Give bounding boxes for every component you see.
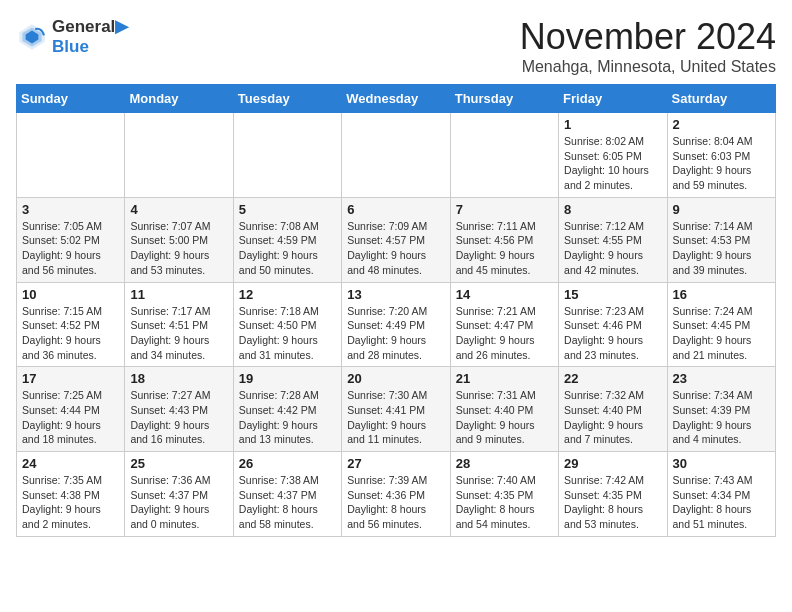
day-info: Sunrise: 7:11 AM Sunset: 4:56 PM Dayligh… — [456, 219, 553, 278]
calendar-cell — [233, 113, 341, 198]
day-info: Sunrise: 7:36 AM Sunset: 4:37 PM Dayligh… — [130, 473, 227, 532]
calendar-cell: 19Sunrise: 7:28 AM Sunset: 4:42 PM Dayli… — [233, 367, 341, 452]
calendar-cell: 2Sunrise: 8:04 AM Sunset: 6:03 PM Daylig… — [667, 113, 775, 198]
day-number: 19 — [239, 371, 336, 386]
day-number: 13 — [347, 287, 444, 302]
day-number: 26 — [239, 456, 336, 471]
header: General▶ Blue November 2024 Menahga, Min… — [16, 16, 776, 76]
day-info: Sunrise: 7:20 AM Sunset: 4:49 PM Dayligh… — [347, 304, 444, 363]
day-info: Sunrise: 7:31 AM Sunset: 4:40 PM Dayligh… — [456, 388, 553, 447]
calendar-cell: 25Sunrise: 7:36 AM Sunset: 4:37 PM Dayli… — [125, 452, 233, 537]
weekday-header-thursday: Thursday — [450, 85, 558, 113]
day-info: Sunrise: 7:23 AM Sunset: 4:46 PM Dayligh… — [564, 304, 661, 363]
day-info: Sunrise: 7:05 AM Sunset: 5:02 PM Dayligh… — [22, 219, 119, 278]
day-info: Sunrise: 7:39 AM Sunset: 4:36 PM Dayligh… — [347, 473, 444, 532]
logo-text: General▶ Blue — [52, 16, 128, 57]
calendar-cell: 27Sunrise: 7:39 AM Sunset: 4:36 PM Dayli… — [342, 452, 450, 537]
day-number: 30 — [673, 456, 770, 471]
calendar-cell: 12Sunrise: 7:18 AM Sunset: 4:50 PM Dayli… — [233, 282, 341, 367]
day-info: Sunrise: 7:08 AM Sunset: 4:59 PM Dayligh… — [239, 219, 336, 278]
title-area: November 2024 Menahga, Minnesota, United… — [520, 16, 776, 76]
calendar-cell: 3Sunrise: 7:05 AM Sunset: 5:02 PM Daylig… — [17, 197, 125, 282]
day-number: 22 — [564, 371, 661, 386]
weekday-header-sunday: Sunday — [17, 85, 125, 113]
calendar-week-1: 3Sunrise: 7:05 AM Sunset: 5:02 PM Daylig… — [17, 197, 776, 282]
calendar-cell — [17, 113, 125, 198]
calendar-cell: 18Sunrise: 7:27 AM Sunset: 4:43 PM Dayli… — [125, 367, 233, 452]
day-number: 18 — [130, 371, 227, 386]
day-number: 25 — [130, 456, 227, 471]
day-info: Sunrise: 7:24 AM Sunset: 4:45 PM Dayligh… — [673, 304, 770, 363]
day-info: Sunrise: 7:27 AM Sunset: 4:43 PM Dayligh… — [130, 388, 227, 447]
logo: General▶ Blue — [16, 16, 128, 57]
calendar-cell: 28Sunrise: 7:40 AM Sunset: 4:35 PM Dayli… — [450, 452, 558, 537]
weekday-header-friday: Friday — [559, 85, 667, 113]
calendar-cell: 10Sunrise: 7:15 AM Sunset: 4:52 PM Dayli… — [17, 282, 125, 367]
day-number: 14 — [456, 287, 553, 302]
day-info: Sunrise: 8:02 AM Sunset: 6:05 PM Dayligh… — [564, 134, 661, 193]
day-info: Sunrise: 7:35 AM Sunset: 4:38 PM Dayligh… — [22, 473, 119, 532]
day-info: Sunrise: 7:32 AM Sunset: 4:40 PM Dayligh… — [564, 388, 661, 447]
calendar-cell: 9Sunrise: 7:14 AM Sunset: 4:53 PM Daylig… — [667, 197, 775, 282]
day-number: 8 — [564, 202, 661, 217]
weekday-header-saturday: Saturday — [667, 85, 775, 113]
calendar-cell: 15Sunrise: 7:23 AM Sunset: 4:46 PM Dayli… — [559, 282, 667, 367]
day-number: 10 — [22, 287, 119, 302]
calendar-cell: 6Sunrise: 7:09 AM Sunset: 4:57 PM Daylig… — [342, 197, 450, 282]
calendar-cell: 13Sunrise: 7:20 AM Sunset: 4:49 PM Dayli… — [342, 282, 450, 367]
day-number: 3 — [22, 202, 119, 217]
calendar-cell — [342, 113, 450, 198]
weekday-header-row: SundayMondayTuesdayWednesdayThursdayFrid… — [17, 85, 776, 113]
day-number: 12 — [239, 287, 336, 302]
calendar-cell: 11Sunrise: 7:17 AM Sunset: 4:51 PM Dayli… — [125, 282, 233, 367]
day-number: 21 — [456, 371, 553, 386]
day-number: 28 — [456, 456, 553, 471]
day-info: Sunrise: 7:38 AM Sunset: 4:37 PM Dayligh… — [239, 473, 336, 532]
calendar-cell: 24Sunrise: 7:35 AM Sunset: 4:38 PM Dayli… — [17, 452, 125, 537]
day-info: Sunrise: 7:18 AM Sunset: 4:50 PM Dayligh… — [239, 304, 336, 363]
calendar-cell — [450, 113, 558, 198]
calendar-cell: 17Sunrise: 7:25 AM Sunset: 4:44 PM Dayli… — [17, 367, 125, 452]
day-number: 5 — [239, 202, 336, 217]
calendar-cell: 4Sunrise: 7:07 AM Sunset: 5:00 PM Daylig… — [125, 197, 233, 282]
weekday-header-monday: Monday — [125, 85, 233, 113]
day-info: Sunrise: 7:17 AM Sunset: 4:51 PM Dayligh… — [130, 304, 227, 363]
calendar-cell: 8Sunrise: 7:12 AM Sunset: 4:55 PM Daylig… — [559, 197, 667, 282]
calendar-week-2: 10Sunrise: 7:15 AM Sunset: 4:52 PM Dayli… — [17, 282, 776, 367]
day-number: 20 — [347, 371, 444, 386]
day-number: 17 — [22, 371, 119, 386]
day-info: Sunrise: 7:07 AM Sunset: 5:00 PM Dayligh… — [130, 219, 227, 278]
calendar-cell: 20Sunrise: 7:30 AM Sunset: 4:41 PM Dayli… — [342, 367, 450, 452]
day-number: 9 — [673, 202, 770, 217]
day-number: 24 — [22, 456, 119, 471]
day-info: Sunrise: 7:34 AM Sunset: 4:39 PM Dayligh… — [673, 388, 770, 447]
day-info: Sunrise: 7:09 AM Sunset: 4:57 PM Dayligh… — [347, 219, 444, 278]
day-info: Sunrise: 7:14 AM Sunset: 4:53 PM Dayligh… — [673, 219, 770, 278]
day-info: Sunrise: 7:15 AM Sunset: 4:52 PM Dayligh… — [22, 304, 119, 363]
calendar-cell: 30Sunrise: 7:43 AM Sunset: 4:34 PM Dayli… — [667, 452, 775, 537]
calendar-cell: 23Sunrise: 7:34 AM Sunset: 4:39 PM Dayli… — [667, 367, 775, 452]
location-title: Menahga, Minnesota, United States — [520, 58, 776, 76]
weekday-header-wednesday: Wednesday — [342, 85, 450, 113]
day-number: 1 — [564, 117, 661, 132]
day-number: 4 — [130, 202, 227, 217]
calendar-cell: 1Sunrise: 8:02 AM Sunset: 6:05 PM Daylig… — [559, 113, 667, 198]
day-info: Sunrise: 7:40 AM Sunset: 4:35 PM Dayligh… — [456, 473, 553, 532]
day-number: 27 — [347, 456, 444, 471]
day-number: 6 — [347, 202, 444, 217]
calendar-cell: 7Sunrise: 7:11 AM Sunset: 4:56 PM Daylig… — [450, 197, 558, 282]
calendar-cell — [125, 113, 233, 198]
day-info: Sunrise: 7:21 AM Sunset: 4:47 PM Dayligh… — [456, 304, 553, 363]
calendar-cell: 5Sunrise: 7:08 AM Sunset: 4:59 PM Daylig… — [233, 197, 341, 282]
calendar-cell: 22Sunrise: 7:32 AM Sunset: 4:40 PM Dayli… — [559, 367, 667, 452]
day-info: Sunrise: 7:28 AM Sunset: 4:42 PM Dayligh… — [239, 388, 336, 447]
day-number: 11 — [130, 287, 227, 302]
day-number: 16 — [673, 287, 770, 302]
calendar-cell: 16Sunrise: 7:24 AM Sunset: 4:45 PM Dayli… — [667, 282, 775, 367]
logo-icon — [16, 21, 48, 53]
calendar-cell: 21Sunrise: 7:31 AM Sunset: 4:40 PM Dayli… — [450, 367, 558, 452]
calendar-week-3: 17Sunrise: 7:25 AM Sunset: 4:44 PM Dayli… — [17, 367, 776, 452]
calendar: SundayMondayTuesdayWednesdayThursdayFrid… — [16, 84, 776, 537]
calendar-cell: 29Sunrise: 7:42 AM Sunset: 4:35 PM Dayli… — [559, 452, 667, 537]
day-number: 15 — [564, 287, 661, 302]
